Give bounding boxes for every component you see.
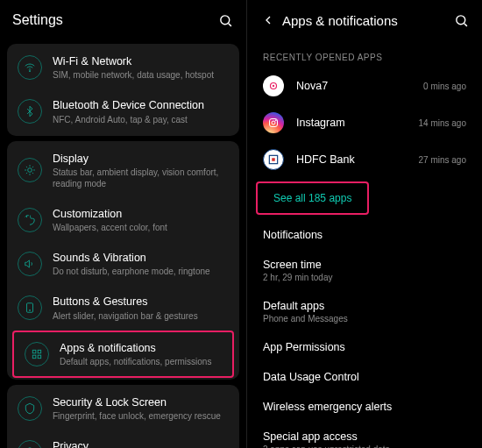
settings-row-texts: Apps & notificationsDefault apps, notifi… xyxy=(60,341,222,367)
settings-row-apps[interactable]: Apps & notificationsDefault apps, notifi… xyxy=(12,331,234,378)
settings-row-texts: Wi-Fi & NetworkSIM, mobile network, data… xyxy=(53,54,229,81)
settings-header: Settings xyxy=(0,0,246,39)
svg-point-3 xyxy=(28,168,32,173)
settings-row-wifi[interactable]: Wi-Fi & NetworkSIM, mobile network, data… xyxy=(7,46,239,89)
settings-card: Wi-Fi & NetworkSIM, mobile network, data… xyxy=(7,44,239,136)
list-item-label: Wireless emergency alerts xyxy=(263,401,466,413)
settings-title: Settings xyxy=(12,12,216,28)
settings-row-texts: PrivacyPermissions, personal data xyxy=(53,439,229,448)
svg-point-19 xyxy=(456,15,464,24)
list-item[interactable]: App Permissions xyxy=(247,332,482,362)
wifi-icon xyxy=(18,55,42,80)
settings-row-security[interactable]: Security & Lock ScreenFingerprint, face … xyxy=(7,387,239,430)
svg-rect-17 xyxy=(38,355,41,359)
settings-row-label: Privacy xyxy=(53,439,229,448)
app-name: Nova7 xyxy=(296,80,423,92)
svg-line-10 xyxy=(26,173,27,174)
svg-point-26 xyxy=(275,120,276,121)
list-item[interactable]: Data Usage Control xyxy=(247,362,482,392)
list-item[interactable]: Screen time2 hr, 29 min today xyxy=(247,250,482,291)
settings-row-label: Apps & notifications xyxy=(60,341,222,355)
list-item-sub: 2 apps can use unrestricted data xyxy=(263,444,466,448)
settings-row-label: Wi-Fi & Network xyxy=(53,54,229,68)
list-item-label: App Permissions xyxy=(263,341,466,353)
customization-icon xyxy=(18,208,42,232)
settings-row-label: Display xyxy=(53,152,229,166)
svg-line-20 xyxy=(464,23,466,25)
app-name: HDFC Bank xyxy=(296,153,419,166)
svg-point-13 xyxy=(29,310,30,311)
app-name: Instagram xyxy=(296,117,419,129)
settings-row-privacy[interactable]: PrivacyPermissions, personal data xyxy=(7,430,239,448)
search-icon[interactable] xyxy=(452,13,470,28)
list-item[interactable]: Notifications xyxy=(247,220,482,250)
bluetooth-icon xyxy=(18,99,42,124)
list-item-sub: Phone and Messages xyxy=(263,314,466,324)
app-icon xyxy=(263,112,284,133)
app-time: 27 mins ago xyxy=(419,155,466,165)
svg-rect-16 xyxy=(32,355,36,359)
recent-app-row[interactable]: Instagram14 mins ago xyxy=(247,104,482,141)
settings-row-label: Security & Lock Screen xyxy=(53,395,229,409)
settings-row-texts: DisplayStatus bar, ambient display, visi… xyxy=(53,152,229,189)
apps-title: Apps & notifications xyxy=(282,13,452,28)
settings-row-sub: Fingerprint, face unlock, emergency resc… xyxy=(53,410,229,422)
list-item[interactable]: Default appsPhone and Messages xyxy=(247,291,482,332)
settings-row-label: Buttons & Gestures xyxy=(53,295,229,309)
buttons-icon xyxy=(18,295,42,320)
settings-row-label: Bluetooth & Device Connection xyxy=(53,98,229,112)
settings-row-sub: NFC, Android Auto, tap & pay, cast xyxy=(53,114,229,125)
settings-row-bluetooth[interactable]: Bluetooth & Device ConnectionNFC, Androi… xyxy=(7,89,239,133)
settings-screen: Settings Wi-Fi & NetworkSIM, mobile netw… xyxy=(0,0,247,448)
list-item[interactable]: Wireless emergency alerts xyxy=(247,392,482,422)
svg-rect-14 xyxy=(32,350,36,353)
recent-app-row[interactable]: Nova70 mins ago xyxy=(247,68,482,104)
settings-row-sub: Status bar, ambient display, vision comf… xyxy=(53,167,229,189)
see-all-apps-highlight: See all 185 apps xyxy=(256,181,369,215)
list-item-label: Special app access xyxy=(263,430,466,443)
settings-card: Security & Lock ScreenFingerprint, face … xyxy=(7,385,239,448)
list-item-label: Default apps xyxy=(263,300,466,312)
list-item[interactable]: Special app access2 apps can use unrestr… xyxy=(247,422,482,448)
settings-row-texts: Buttons & GesturesAlert slider, navigati… xyxy=(53,295,229,321)
svg-point-0 xyxy=(220,15,229,24)
svg-point-25 xyxy=(272,121,275,124)
svg-rect-15 xyxy=(38,350,41,353)
list-item-label: Notifications xyxy=(263,229,466,241)
settings-row-buttons[interactable]: Buttons & GesturesAlert slider, navigati… xyxy=(7,286,239,330)
sounds-icon xyxy=(18,252,42,276)
display-icon xyxy=(18,158,42,182)
app-icon xyxy=(263,149,284,170)
svg-rect-28 xyxy=(272,158,275,161)
settings-row-sub: Do not disturb, earphone mode, ringtone xyxy=(53,266,229,277)
apps-icon xyxy=(25,342,49,366)
settings-row-label: Sounds & Vibration xyxy=(53,251,229,265)
settings-row-texts: Security & Lock ScreenFingerprint, face … xyxy=(53,395,229,422)
settings-row-texts: CustomizationWallpapers, accent color, f… xyxy=(53,207,229,233)
list-item-label: Screen time xyxy=(263,259,466,271)
settings-row-display[interactable]: DisplayStatus bar, ambient display, visi… xyxy=(7,143,239,198)
settings-row-sub: Wallpapers, accent color, font xyxy=(53,222,229,233)
svg-point-23 xyxy=(273,85,274,87)
settings-row-texts: Sounds & VibrationDo not disturb, earpho… xyxy=(53,251,229,277)
apps-notifications-screen: Apps & notifications RECENTLY OPENED APP… xyxy=(247,0,482,448)
see-all-apps-link[interactable]: See all 185 apps xyxy=(258,183,367,213)
recent-app-row[interactable]: HDFC Bank27 mins ago xyxy=(247,141,482,178)
svg-line-8 xyxy=(26,167,27,167)
search-icon[interactable] xyxy=(216,13,234,28)
settings-row-customization[interactable]: CustomizationWallpapers, accent color, f… xyxy=(7,198,239,242)
settings-row-sub: Alert slider, navigation bar & gestures xyxy=(53,310,229,322)
app-time: 14 mins ago xyxy=(419,118,466,128)
list-item-label: Data Usage Control xyxy=(263,371,466,383)
recent-apps-title: RECENTLY OPENED APPS xyxy=(247,39,482,68)
settings-row-sub: Default apps, notifications, permissions xyxy=(60,356,222,367)
settings-row-sounds[interactable]: Sounds & VibrationDo not disturb, earpho… xyxy=(7,242,239,286)
app-icon xyxy=(263,75,284,96)
settings-row-texts: Bluetooth & Device ConnectionNFC, Androi… xyxy=(53,98,229,124)
list-item-sub: 2 hr, 29 min today xyxy=(263,273,466,282)
app-time: 0 mins ago xyxy=(423,82,466,91)
settings-row-sub: SIM, mobile network, data usage, hotspot xyxy=(53,69,229,81)
settings-row-label: Customization xyxy=(53,207,229,221)
svg-point-2 xyxy=(29,71,30,72)
back-icon[interactable] xyxy=(259,13,277,27)
